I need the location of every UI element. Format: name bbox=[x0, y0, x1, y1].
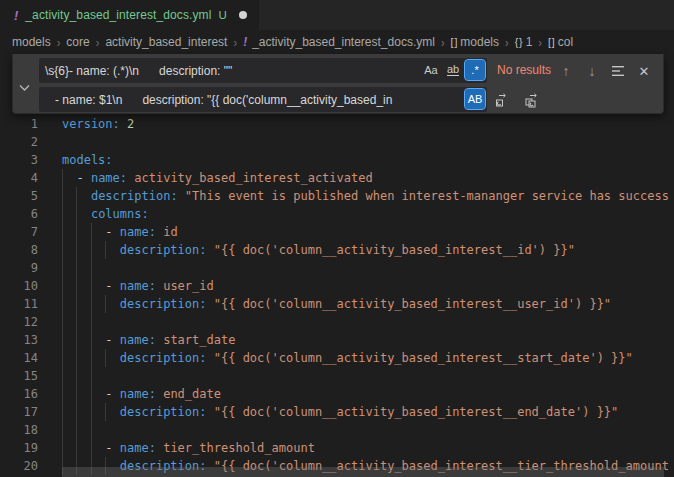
indent-guide bbox=[76, 367, 77, 385]
horizontal-scrollbar[interactable] bbox=[62, 467, 664, 477]
line-number: 18 bbox=[0, 421, 38, 439]
git-untracked-badge: U bbox=[218, 9, 226, 21]
replace-icon[interactable] bbox=[491, 89, 513, 111]
indent-guide bbox=[91, 367, 92, 385]
code-line-13: 13 - name: start_date bbox=[0, 331, 674, 349]
breadcrumb-item-_activity_based_interest_docs.yml[interactable]: !_activity_based_interest_docs.yml bbox=[243, 35, 435, 49]
code-line-14: 14 description: "{{ doc('column__activit… bbox=[0, 349, 674, 367]
find-query-text: \s{6}- name: (.*)\n description: "" bbox=[45, 64, 232, 78]
code-line-1: 1version: 2 bbox=[0, 115, 674, 133]
breadcrumb-separator: › bbox=[505, 35, 509, 49]
breadcrumb-item-models[interactable]: [ ]models bbox=[451, 35, 499, 49]
breadcrumb-separator: › bbox=[57, 35, 61, 49]
line-number: 20 bbox=[0, 457, 38, 475]
code-text: - name: start_date bbox=[62, 331, 235, 349]
line-number: 4 bbox=[0, 169, 38, 187]
breadcrumb-separator: › bbox=[96, 35, 100, 49]
breadcrumb-item-activity_based_interest[interactable]: activity_based_interest bbox=[105, 35, 227, 49]
vscode-window: ! _activity_based_interest_docs.yml U mo… bbox=[0, 0, 674, 477]
line-number: 16 bbox=[0, 385, 38, 403]
line-number: 9 bbox=[0, 259, 38, 277]
modified-dot-icon[interactable] bbox=[239, 11, 247, 19]
breadcrumb-label: activity_based_interest bbox=[105, 35, 227, 49]
find-replace-widget: \s{6}- name: (.*)\n description: "" Aa a… bbox=[12, 54, 664, 114]
line-number: 8 bbox=[0, 241, 38, 259]
code-text: description: "{{ doc('column__activity_b… bbox=[62, 295, 611, 313]
toggle-replace-chevron-icon[interactable] bbox=[19, 78, 30, 96]
code-line-12: 12 bbox=[0, 313, 674, 331]
object-icon: { } bbox=[515, 36, 522, 48]
whole-word-icon[interactable]: ab bbox=[443, 60, 463, 80]
indent-guide bbox=[76, 421, 77, 439]
code-text: description: "{{ doc('column__activity_b… bbox=[62, 241, 575, 259]
tab-bar: ! _activity_based_interest_docs.yml U bbox=[0, 0, 674, 30]
code-text: - name: activity_based_interest_activate… bbox=[62, 169, 373, 187]
next-match-icon[interactable]: ↓ bbox=[581, 60, 603, 82]
code-line-18: 18 bbox=[0, 421, 674, 439]
replace-all-icon[interactable] bbox=[521, 89, 543, 111]
previous-match-icon[interactable]: ↑ bbox=[555, 60, 577, 82]
preserve-case-icon[interactable]: AB bbox=[465, 89, 485, 109]
breadcrumb-item-models[interactable]: models bbox=[12, 35, 51, 49]
line-number: 6 bbox=[0, 205, 38, 223]
code-text: description: "{{ doc('column__activity_b… bbox=[62, 403, 618, 421]
breadcrumb-label: col bbox=[558, 35, 573, 49]
code-text: columns: bbox=[62, 205, 149, 223]
editor-pane[interactable]: 1version: 223models:4 - name: activity_b… bbox=[0, 54, 674, 477]
find-status: No results bbox=[497, 63, 551, 77]
breadcrumb-item-core[interactable]: core bbox=[66, 35, 89, 49]
find-input[interactable]: \s{6}- name: (.*)\n description: "" Aa a… bbox=[39, 58, 487, 83]
line-number: 14 bbox=[0, 349, 38, 367]
breadcrumb-label: 1 bbox=[526, 35, 533, 49]
tab-activity-based-interest-docs[interactable]: ! _activity_based_interest_docs.yml U bbox=[0, 0, 260, 30]
indent-guide bbox=[91, 421, 92, 439]
code-text: description: "{{ doc('column__activity_b… bbox=[62, 349, 633, 367]
breadcrumb-item-col[interactable]: [ ]col bbox=[548, 35, 573, 49]
breadcrumb-label: core bbox=[66, 35, 89, 49]
code-lines: 1version: 223models:4 - name: activity_b… bbox=[0, 115, 674, 475]
line-number: 15 bbox=[0, 367, 38, 385]
line-number: 7 bbox=[0, 223, 38, 241]
code-line-10: 10 - name: user_id bbox=[0, 277, 674, 295]
code-text: description: "This event is published wh… bbox=[62, 187, 669, 205]
replace-options: AB bbox=[465, 89, 485, 109]
code-text: version: 2 bbox=[62, 115, 134, 133]
breadcrumb-separator: › bbox=[233, 35, 237, 49]
line-number: 2 bbox=[0, 133, 38, 151]
close-icon[interactable]: ✕ bbox=[633, 60, 655, 82]
code-text: models: bbox=[62, 151, 113, 169]
breadcrumb: models›core›activity_based_interest›!_ac… bbox=[0, 30, 674, 54]
line-number: 1 bbox=[0, 115, 38, 133]
line-number: 11 bbox=[0, 295, 38, 313]
breadcrumb-separator: › bbox=[441, 35, 445, 49]
tab-filename: _activity_based_interest_docs.yml bbox=[25, 8, 211, 22]
breadcrumb-separator: › bbox=[538, 35, 542, 49]
code-line-15: 15 bbox=[0, 367, 674, 385]
breadcrumb-label: models bbox=[12, 35, 51, 49]
code-line-8: 8 description: "{{ doc('column__activity… bbox=[0, 241, 674, 259]
code-line-6: 6 columns: bbox=[0, 205, 674, 223]
code-text: - name: tier_threshold_amount bbox=[62, 439, 315, 457]
breadcrumb-item-1[interactable]: { }1 bbox=[515, 35, 533, 49]
match-case-icon[interactable]: Aa bbox=[421, 60, 441, 80]
find-in-selection-icon[interactable] bbox=[607, 60, 629, 82]
code-line-16: 16 - name: end_date bbox=[0, 385, 674, 403]
line-number: 3 bbox=[0, 151, 38, 169]
find-options: Aa ab .* bbox=[421, 60, 485, 80]
code-line-19: 19 - name: tier_threshold_amount bbox=[0, 439, 674, 457]
yaml-icon: ! bbox=[243, 35, 247, 49]
code-line-2: 2 bbox=[0, 133, 674, 151]
indent-guide bbox=[62, 421, 63, 439]
line-number: 13 bbox=[0, 331, 38, 349]
yaml-file-icon: ! bbox=[14, 8, 18, 23]
indent-guide bbox=[62, 259, 63, 277]
indent-guide bbox=[62, 367, 63, 385]
code-line-4: 4 - name: activity_based_interest_activa… bbox=[0, 169, 674, 187]
code-line-5: 5 description: "This event is published … bbox=[0, 187, 674, 205]
indent-guide bbox=[91, 259, 92, 277]
line-number: 12 bbox=[0, 313, 38, 331]
breadcrumb-label: _activity_based_interest_docs.yml bbox=[252, 35, 435, 49]
regex-icon[interactable]: .* bbox=[465, 60, 485, 80]
code-line-3: 3models: bbox=[0, 151, 674, 169]
replace-input[interactable]: - name: $1\n description: "{{ doc('colum… bbox=[39, 87, 487, 112]
